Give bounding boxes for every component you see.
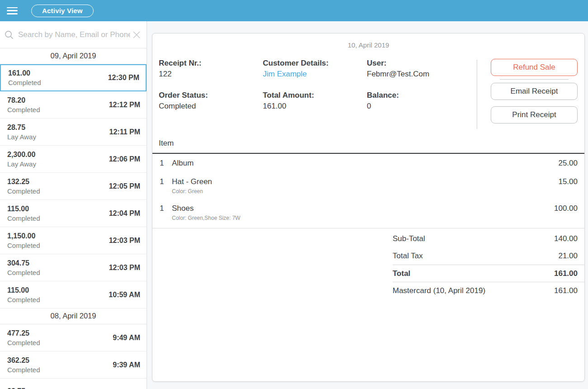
item-quantity: 1 <box>160 159 172 168</box>
transaction-status: Completed <box>7 106 40 114</box>
transaction-summary: 28.75Lay Away <box>7 123 36 141</box>
transaction-summary: 161.00Completed <box>8 69 41 86</box>
date-group-header: 08, April 2019 <box>0 308 147 324</box>
transaction-summary: 477.25Completed <box>7 329 40 346</box>
field-value: 0 <box>367 102 477 111</box>
transaction-summary: 132.25Completed <box>7 178 40 195</box>
transaction-row[interactable]: 1,150.00Completed12:03 PM <box>0 227 147 254</box>
total-row: Total Tax21.00 <box>393 247 584 265</box>
transaction-amount: 23.75 <box>7 387 25 389</box>
transaction-sidebar: 09, April 2019161.00Completed12:30 PM78.… <box>0 21 147 389</box>
receipt-field: Total Amount:161.00 <box>263 91 367 111</box>
receipt-field: User:Febmr@Test.Com <box>367 59 477 79</box>
field-label: Receipt Nr.: <box>159 59 263 68</box>
total-label: Sub-Total <box>393 234 425 243</box>
transaction-amount: 1,150.00 <box>7 232 40 240</box>
transaction-status: Completed <box>7 214 40 222</box>
transaction-row[interactable]: 132.25Completed12:05 PM <box>0 173 147 200</box>
transaction-row[interactable]: 115.00Completed12:04 PM <box>0 200 147 227</box>
email-receipt-button[interactable]: Email Receipt <box>491 83 578 100</box>
field-label: Customer Details: <box>263 59 367 68</box>
search-icon <box>4 29 14 40</box>
transaction-list: 09, April 2019161.00Completed12:30 PM78.… <box>0 48 147 389</box>
total-label: Mastercard (10, April 2019) <box>393 286 485 295</box>
transaction-summary: 78.20Completed <box>7 96 40 114</box>
transaction-time: 9:49 AM <box>113 334 140 342</box>
field-value: 161.00 <box>263 102 367 111</box>
transaction-row[interactable]: 28.75Lay Away12:11 PM <box>0 119 147 146</box>
action-separator <box>500 79 569 80</box>
transaction-row[interactable]: 362.25Completed9:39 AM <box>0 351 147 379</box>
field-label: Total Amount: <box>263 91 367 100</box>
transaction-amount: 115.00 <box>7 205 40 213</box>
transaction-time: 12:06 PM <box>109 155 140 163</box>
field-label: Order Status: <box>159 91 263 100</box>
transaction-summary: 115.00Completed <box>7 286 40 304</box>
transaction-amount: 78.20 <box>7 96 40 104</box>
transaction-time: 12:11 PM <box>109 128 140 136</box>
transaction-amount: 161.00 <box>8 69 41 77</box>
item-price: 25.00 <box>558 159 578 168</box>
total-row: Sub-Total140.00 <box>393 230 584 247</box>
item-name-block: ShoesColor: Green,Shoe Size: 7W <box>172 204 554 221</box>
menu-icon[interactable] <box>7 7 18 14</box>
receipt-item-row: 1ShoesColor: Green,Shoe Size: 7W100.00 <box>152 199 584 226</box>
transaction-status: Lay Away <box>7 160 36 168</box>
transaction-row[interactable]: 115.00Completed10:59 AM <box>0 281 147 308</box>
item-variant: Color: Green,Shoe Size: 7W <box>172 215 554 221</box>
transaction-amount: 28.75 <box>7 123 36 132</box>
search-bar <box>0 21 147 48</box>
totals-section: Sub-Total140.00Total Tax21.00Total161.00… <box>152 228 584 299</box>
transaction-status: Completed <box>7 187 40 195</box>
total-value: 161.00 <box>554 269 578 278</box>
transaction-time: 12:03 PM <box>109 264 140 272</box>
receipt-field: Customer Details:Jim Example <box>263 59 367 79</box>
field-label: User: <box>367 59 477 68</box>
transaction-row[interactable]: 78.20Completed12:12 PM <box>0 91 147 119</box>
field-value: Febmr@Test.Com <box>367 70 477 79</box>
transaction-status: Completed <box>7 269 40 276</box>
total-value: 140.00 <box>554 234 578 243</box>
item-price: 100.00 <box>554 204 578 213</box>
refund-sale-button[interactable]: Refund Sale <box>491 59 578 76</box>
item-name: Hat - Green <box>172 177 558 186</box>
search-input[interactable] <box>18 30 130 39</box>
transaction-status: Completed <box>7 366 40 374</box>
transaction-summary: 304.75Completed <box>7 259 40 276</box>
field-value: Completed <box>159 102 263 111</box>
activity-view-button[interactable]: Activiy View <box>31 5 94 17</box>
total-label: Total <box>393 269 410 278</box>
item-variant: Color: Green <box>172 188 558 194</box>
field-label: Balance: <box>367 91 477 100</box>
item-name-block: Album <box>172 159 558 168</box>
transaction-status: Lay Away <box>7 133 36 141</box>
receipt-item-row: 1Hat - GreenColor: Green15.00 <box>152 172 584 199</box>
total-value: 21.00 <box>558 251 578 261</box>
receipt-field: Order Status:Completed <box>159 91 263 111</box>
print-receipt-button[interactable]: Print Receipt <box>491 106 578 123</box>
item-quantity: 1 <box>160 177 172 186</box>
transaction-row[interactable]: 2,300.00Lay Away12:06 PM <box>0 146 147 173</box>
items-header: Item <box>152 133 584 154</box>
total-row: Total161.00 <box>393 265 584 282</box>
main-layout: 09, April 2019161.00Completed12:30 PM78.… <box>0 21 588 389</box>
transaction-amount: 477.25 <box>7 329 40 337</box>
receipt-date: 10, April 2019 <box>152 33 584 49</box>
item-quantity: 1 <box>160 204 172 213</box>
clear-search-icon[interactable] <box>130 29 143 40</box>
items-list: 1Album25.001Hat - GreenColor: Green15.00… <box>152 154 584 226</box>
transaction-row[interactable]: 477.25Completed9:49 AM <box>0 324 147 351</box>
transaction-time: 10:59 AM <box>109 291 140 299</box>
field-value: 122 <box>159 70 263 79</box>
transaction-status: Completed <box>7 242 40 249</box>
transaction-row[interactable]: 304.75Completed12:03 PM <box>0 254 147 281</box>
date-group-header: 09, April 2019 <box>0 48 147 64</box>
customer-link[interactable]: Jim Example <box>263 70 367 79</box>
receipt-panel: 10, April 2019 Receipt Nr.:122Customer D… <box>147 21 588 389</box>
transaction-row[interactable]: 23.75 <box>0 379 147 389</box>
item-name: Album <box>172 159 558 168</box>
receipt-field: Receipt Nr.:122 <box>159 59 263 79</box>
receipt-actions: Refund SaleEmail ReceiptPrint Receipt <box>477 59 578 129</box>
total-value: 161.00 <box>554 286 578 295</box>
transaction-row[interactable]: 161.00Completed12:30 PM <box>0 64 147 91</box>
